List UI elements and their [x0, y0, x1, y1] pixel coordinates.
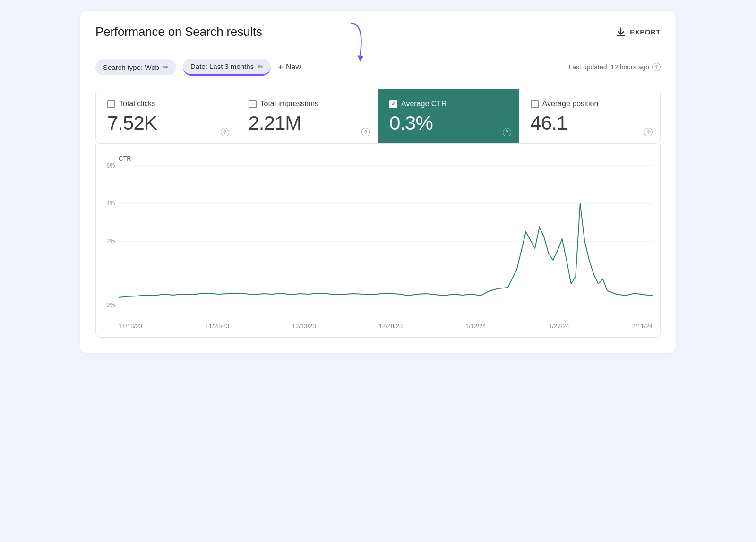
plus-icon: +: [277, 62, 283, 73]
metric-average-ctr[interactable]: ✓ Average CTR 0.3% ?: [378, 89, 519, 143]
export-icon: [616, 27, 626, 37]
svg-text:6%: 6%: [106, 162, 115, 169]
total-clicks-help-icon[interactable]: ?: [221, 128, 229, 136]
chart-y-label: CTR: [119, 155, 653, 162]
new-filter-button[interactable]: + New: [277, 62, 301, 73]
search-type-edit-icon: ✏: [163, 63, 169, 71]
x-label-2: 12/13/23: [292, 322, 316, 330]
metric-total-clicks[interactable]: Total clicks 7.52K ?: [96, 89, 237, 143]
checkmark-icon: ✓: [391, 101, 396, 107]
export-label: EXPORT: [630, 28, 661, 36]
header-row: Performance on Search results EXPORT: [95, 25, 661, 39]
x-label-6: 2/11/24: [632, 322, 653, 330]
search-type-label: Search type: Web: [103, 63, 159, 71]
average-ctr-help-icon[interactable]: ?: [503, 128, 511, 136]
x-label-5: 1/27/24: [549, 322, 569, 330]
x-label-3: 12/28/23: [379, 322, 403, 330]
metrics-container: Total clicks 7.52K ? Total impressions 2…: [95, 89, 661, 144]
x-label-4: 1/12/24: [465, 322, 486, 330]
last-updated-text: Last updated: 12 hours ago ?: [569, 63, 661, 71]
filters-section: Search type: Web ✏ Date: Last 3 months ✏…: [95, 59, 661, 76]
total-impressions-checkbox[interactable]: [249, 100, 257, 108]
svg-text:0%: 0%: [106, 301, 115, 308]
average-position-label: Average position: [542, 100, 599, 108]
average-ctr-checkbox[interactable]: ✓: [389, 100, 397, 108]
svg-text:4%: 4%: [106, 200, 115, 207]
main-card: Performance on Search results EXPORT Sea…: [80, 11, 676, 353]
page-title: Performance on Search results: [95, 25, 262, 39]
last-updated-help-icon[interactable]: ?: [652, 63, 661, 71]
x-axis-labels: 11/13/23 11/28/23 12/13/23 12/28/23 1/12…: [119, 319, 653, 330]
average-position-help-icon[interactable]: ?: [644, 128, 653, 136]
total-clicks-label: Total clicks: [119, 100, 155, 108]
date-edit-icon: ✏: [258, 63, 263, 70]
average-ctr-label: Average CTR: [401, 100, 447, 108]
x-label-1: 11/28/23: [206, 322, 230, 330]
svg-text:2%: 2%: [106, 237, 115, 245]
average-position-checkbox[interactable]: [531, 100, 539, 108]
total-impressions-help-icon[interactable]: ?: [361, 128, 370, 136]
average-position-help[interactable]: ?: [644, 127, 653, 136]
total-impressions-help[interactable]: ?: [361, 127, 370, 136]
total-clicks-help[interactable]: ?: [221, 127, 229, 136]
date-label: Date: Last 3 months: [190, 62, 254, 70]
chart-wrapper: 6% 4% 2% 0%: [119, 166, 653, 319]
total-clicks-checkbox[interactable]: [107, 100, 115, 108]
filters-row: Search type: Web ✏ Date: Last 3 months ✏…: [95, 59, 661, 76]
total-impressions-value: 2.21M: [249, 112, 367, 135]
new-label: New: [286, 63, 301, 71]
average-ctr-help[interactable]: ?: [503, 127, 511, 136]
date-filter[interactable]: Date: Last 3 months ✏: [183, 59, 271, 76]
x-label-0: 11/13/23: [119, 322, 143, 330]
metric-average-position[interactable]: Average position 46.1 ?: [519, 89, 661, 143]
metric-total-impressions[interactable]: Total impressions 2.21M ?: [237, 89, 378, 143]
search-type-filter[interactable]: Search type: Web ✏: [95, 59, 176, 75]
average-ctr-value: 0.3%: [389, 112, 507, 135]
header-divider: [95, 49, 661, 49]
ctr-line: [119, 203, 653, 297]
total-impressions-label: Total impressions: [260, 100, 319, 108]
total-clicks-value: 7.52K: [107, 112, 225, 135]
export-button[interactable]: EXPORT: [616, 27, 661, 37]
ctr-chart: 6% 4% 2% 0%: [119, 166, 653, 317]
average-position-value: 46.1: [531, 112, 649, 135]
chart-area: CTR 6% 4% 2% 0% 11/13/23: [95, 144, 661, 338]
